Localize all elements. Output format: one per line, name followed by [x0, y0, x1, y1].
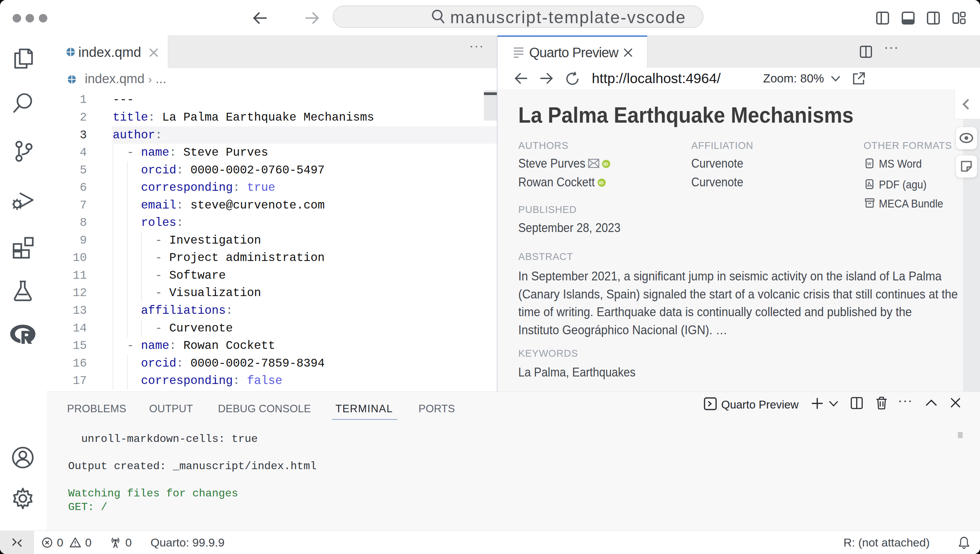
svg-text:iD: iD	[599, 180, 604, 185]
svg-text:iD: iD	[603, 161, 608, 167]
svg-text:W: W	[867, 161, 872, 166]
